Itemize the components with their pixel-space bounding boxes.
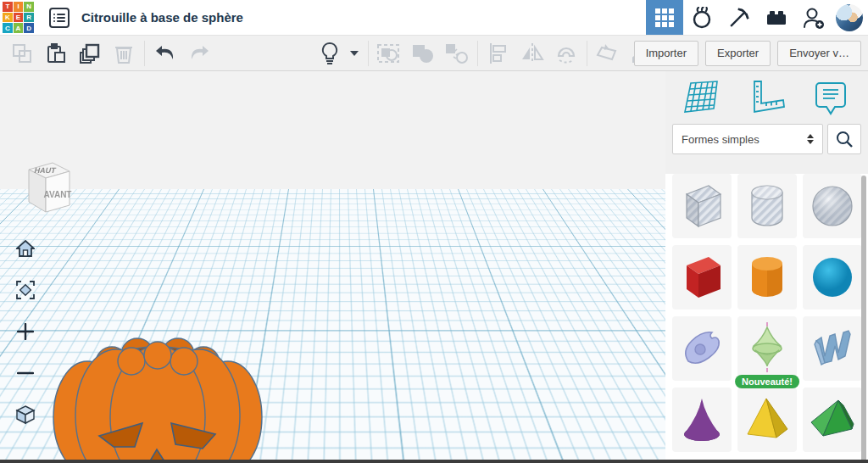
io-buttons-group: Importer Exporter Envoyer v… xyxy=(627,36,861,70)
dashboard-grid-button[interactable] xyxy=(646,0,683,35)
shape-tile-cylinder[interactable] xyxy=(737,245,797,310)
duplicate-icon xyxy=(79,42,101,64)
ungroup-icon xyxy=(445,42,469,64)
logo-letter: T xyxy=(3,2,13,12)
group-icon xyxy=(411,42,435,64)
duplicate-button[interactable] xyxy=(73,39,107,68)
ungroup-button[interactable] xyxy=(440,39,474,68)
shape-category-select[interactable]: Formes simples xyxy=(672,124,823,154)
align-icon xyxy=(487,42,509,64)
pyramid-icon xyxy=(744,397,790,443)
shape-tile-hole-sphere[interactable] xyxy=(803,174,862,238)
shape-tools-group xyxy=(315,36,659,70)
zoom-in-button[interactable] xyxy=(9,315,41,347)
shapes-panel: Formes simples xyxy=(665,71,868,463)
design-menu-button[interactable] xyxy=(49,8,70,28)
shape-tile-cone[interactable] xyxy=(672,388,732,452)
minecraft-export-button[interactable] xyxy=(721,0,758,35)
paste-icon xyxy=(46,43,66,64)
list-icon xyxy=(53,12,65,24)
shape-tile-box[interactable] xyxy=(672,245,732,310)
shape-search-button[interactable] xyxy=(827,124,861,154)
tinkercad-logo[interactable]: T I N K E R C A D xyxy=(3,2,34,33)
notes-tab[interactable] xyxy=(809,75,853,120)
show-all-dropdown[interactable] xyxy=(344,39,364,68)
ruler-tab[interactable] xyxy=(744,75,788,120)
window-bottom-edge xyxy=(0,460,868,463)
home-icon xyxy=(16,240,35,257)
shape-tile-pyramid[interactable] xyxy=(737,388,797,452)
import-button[interactable]: Importer xyxy=(634,41,698,66)
show-all-button[interactable] xyxy=(315,39,344,68)
shape-tile-spinning-top[interactable]: Nouveauté! xyxy=(737,316,797,381)
redo-button[interactable] xyxy=(182,39,216,68)
viewport-3d[interactable]: HAUT AVANT xyxy=(0,71,665,463)
perspective-cube-icon xyxy=(15,404,36,425)
toolbar-separator xyxy=(587,41,587,66)
new-badge: Nouveauté! xyxy=(735,375,799,388)
collapse-panel-button[interactable]: › xyxy=(653,395,665,434)
simlab-icon xyxy=(691,7,713,29)
view-cube[interactable]: HAUT AVANT xyxy=(17,154,78,219)
align-button[interactable] xyxy=(481,39,515,68)
delete-button[interactable] xyxy=(107,39,141,68)
export-button[interactable]: Exporter xyxy=(705,41,771,66)
workplane-tab[interactable] xyxy=(681,75,725,120)
shape-tile-sphere[interactable] xyxy=(803,245,862,310)
search-icon xyxy=(836,131,853,148)
viewcube-top-label[interactable]: HAUT xyxy=(34,166,58,175)
logo-letter: K xyxy=(3,13,13,23)
lego-brick-icon xyxy=(765,7,787,29)
design-title: Citrouille à base de sphère xyxy=(81,10,243,25)
scribble-icon xyxy=(680,327,724,370)
minus-icon xyxy=(17,365,34,382)
stem-model[interactable] xyxy=(451,361,614,463)
logo-letter: N xyxy=(24,2,34,12)
logo-letter: D xyxy=(24,23,34,33)
copy-button[interactable] xyxy=(5,39,39,68)
shape-grid: Nouveauté! xyxy=(672,174,862,459)
view-nav-controls xyxy=(9,232,42,440)
user-avatar[interactable] xyxy=(836,4,863,31)
undo-button[interactable] xyxy=(148,39,182,68)
snap-button[interactable] xyxy=(549,39,583,68)
select-group-button[interactable] xyxy=(372,39,406,68)
selection-icon xyxy=(377,42,401,64)
mirror-icon xyxy=(520,42,544,64)
brick-export-button[interactable] xyxy=(758,0,795,35)
trash-icon xyxy=(114,43,133,64)
paste-button[interactable] xyxy=(39,39,73,68)
hole-cylinder-icon xyxy=(748,182,786,230)
chevron-down-icon xyxy=(350,51,359,56)
fit-view-icon xyxy=(16,281,35,299)
group-button[interactable] xyxy=(406,39,440,68)
perspective-toggle-button[interactable] xyxy=(9,399,41,430)
shape-tile-hole-box[interactable] xyxy=(672,174,732,238)
home-view-button[interactable] xyxy=(9,232,41,264)
copy-icon xyxy=(12,43,32,64)
viewcube-front-label[interactable]: AVANT xyxy=(44,190,72,199)
pumpkin-model[interactable] xyxy=(47,309,269,463)
shape-tile-text[interactable] xyxy=(803,316,862,381)
shape-tile-hole-cylinder[interactable] xyxy=(737,174,797,238)
mirror-button[interactable] xyxy=(515,39,549,68)
zoom-out-button[interactable] xyxy=(9,357,41,388)
simlab-button[interactable] xyxy=(683,0,721,35)
fit-view-button[interactable] xyxy=(9,274,41,305)
collaborate-button[interactable] xyxy=(795,0,832,35)
shape-tile-roof[interactable] xyxy=(803,388,862,452)
toolbar-separator xyxy=(368,41,369,66)
workplane-grid[interactable] xyxy=(0,71,665,189)
logo-letter: I xyxy=(14,2,24,12)
box-icon xyxy=(680,254,724,301)
ruler-corner-icon xyxy=(748,80,785,115)
logo-letter: C xyxy=(3,23,13,33)
chevron-right-icon: › xyxy=(659,406,665,423)
shape-tile-scribble[interactable] xyxy=(672,316,732,381)
send-to-button[interactable]: Envoyer v… xyxy=(777,41,861,66)
logo-letter: E xyxy=(14,13,24,23)
panel-scrollbar[interactable] xyxy=(861,176,866,463)
header-actions xyxy=(646,0,868,35)
workplane-tool-button[interactable] xyxy=(591,39,625,68)
logo-letter: A xyxy=(14,23,24,33)
